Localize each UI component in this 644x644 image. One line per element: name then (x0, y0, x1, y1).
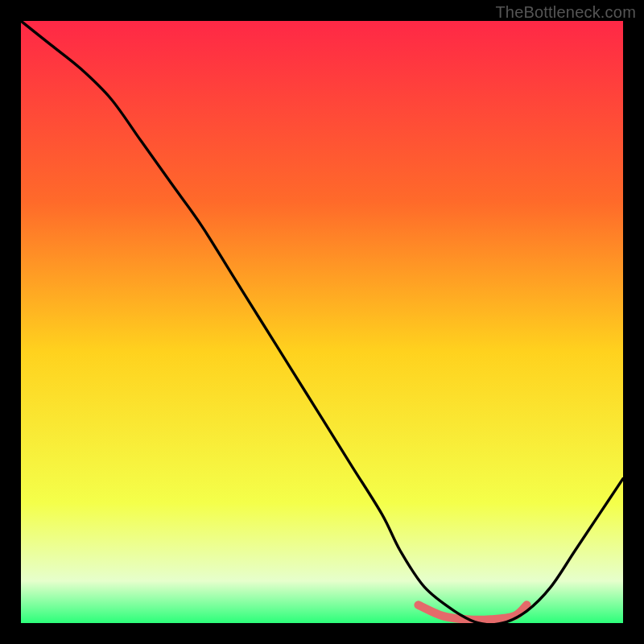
chart-area (21, 21, 623, 623)
credit-text: TheBottleneck.com (495, 3, 636, 22)
gradient-bg (21, 21, 623, 623)
chart-svg (21, 21, 623, 623)
